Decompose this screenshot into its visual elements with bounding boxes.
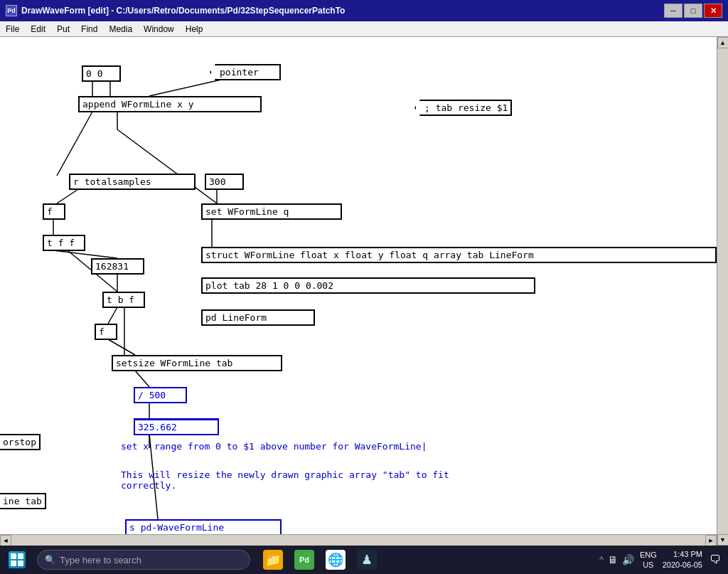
menu-find[interactable]: Find: [75, 23, 103, 36]
lang-text: ENG US: [640, 550, 657, 570]
taskbar-app-chrome[interactable]: 🌐: [321, 546, 350, 574]
win-square-2: [18, 553, 23, 559]
pd-icon: Pd: [294, 550, 314, 570]
svg-line-15: [135, 371, 149, 387]
obj-t-b-f[interactable]: t b f: [102, 292, 145, 308]
obj-f1[interactable]: f: [43, 203, 65, 220]
clock[interactable]: 1:43 PM 2020-06-05: [663, 549, 702, 571]
maximize-button[interactable]: □: [684, 4, 702, 18]
svg-line-3: [57, 112, 92, 176]
close-button[interactable]: ✕: [704, 4, 722, 18]
scroll-up-button[interactable]: ▲: [717, 37, 729, 48]
obj-setsize-wformline-tab[interactable]: setsize WFormLine tab: [112, 355, 282, 371]
menu-edit[interactable]: Edit: [25, 23, 51, 36]
scroll-left-button[interactable]: ◄: [0, 535, 11, 546]
obj-append-wformline[interactable]: append WFormLine x y: [78, 96, 262, 112]
obj-pd-lineform[interactable]: pd LineForm: [201, 309, 315, 326]
scroll-down-button[interactable]: ▼: [717, 534, 729, 546]
svg-line-9: [53, 250, 117, 258]
network-icon[interactable]: 🖥: [608, 554, 618, 565]
obj-tab-resize[interactable]: ; tab resize $1: [414, 100, 512, 116]
obj-pointer[interactable]: pointer: [210, 64, 281, 80]
menu-bar: File Edit Put Find Media Window Help: [0, 21, 728, 37]
search-icon: 🔍: [45, 555, 55, 565]
main-canvas-area: 0 0 pointer append WFormLine x y r total…: [0, 37, 728, 546]
taskbar-apps: 📁 Pd 🌐 ♟: [259, 546, 381, 574]
search-bar[interactable]: 🔍 Type here to search: [37, 550, 250, 570]
app-icon: Pd: [6, 5, 17, 16]
menu-file[interactable]: File: [0, 23, 25, 36]
obj-div-500[interactable]: / 500: [134, 387, 187, 403]
menu-window[interactable]: Window: [138, 23, 180, 36]
obj-struct-wformline[interactable]: struct WFormLine float x float y float q…: [201, 247, 717, 263]
taskbar-right: ^ 🖥 🔊 ENG US 1:43 PM 2020-06-05 🗨: [599, 549, 728, 571]
partial-line-tab[interactable]: ine tab: [0, 493, 46, 509]
chrome-icon: 🌐: [326, 550, 346, 570]
scroll-right-button[interactable]: ►: [705, 535, 717, 546]
obj-t-f-f[interactable]: t f f: [43, 235, 85, 251]
notification-button[interactable]: 🗨: [708, 553, 722, 567]
win-square-1: [11, 553, 16, 559]
taskbar-app-steam[interactable]: ♟: [353, 546, 381, 574]
scrollbar-vertical[interactable]: ▲ ▼: [717, 37, 728, 546]
search-placeholder-text: Type here to search: [60, 555, 141, 565]
svg-line-5: [117, 129, 217, 203]
obj-r-totalsamples[interactable]: r totalsamples: [69, 174, 196, 190]
scrollbar-horizontal[interactable]: ◄ ►: [0, 534, 717, 546]
obj-162831[interactable]: 162831: [91, 258, 144, 275]
obj-number-325[interactable]: 325.662: [134, 418, 219, 435]
taskbar: 🔍 Type here to search 📁 Pd 🌐 ♟ ^ 🖥 🔊 ENG…: [0, 546, 728, 574]
speaker-icon[interactable]: 🔊: [622, 554, 634, 565]
pd-canvas[interactable]: 0 0 pointer append WFormLine x y r total…: [0, 37, 717, 534]
start-button[interactable]: [0, 546, 34, 574]
title-bar-controls[interactable]: ─ □ ✕: [664, 4, 722, 18]
clock-date: 2020-06-05: [663, 560, 702, 570]
taskbar-app-explorer[interactable]: 📁: [259, 546, 287, 574]
menu-help[interactable]: Help: [180, 23, 209, 36]
svg-line-14: [108, 339, 135, 355]
win-square-3: [11, 560, 16, 566]
obj-zero-zero[interactable]: 0 0: [82, 65, 121, 82]
explorer-icon: 📁: [263, 550, 283, 570]
obj-f2[interactable]: f: [95, 324, 117, 340]
obj-s-pd-waveformline[interactable]: s pd-WaveFormLine: [125, 519, 282, 534]
menu-media[interactable]: Media: [103, 23, 138, 36]
obj-set-wformline-q[interactable]: set WFormLine q: [201, 203, 342, 220]
language-indicator[interactable]: ENG US: [640, 550, 657, 570]
clock-time: 1:43 PM: [663, 549, 702, 560]
title-bar-left: Pd DrawWaveForm [edit] - C:/Users/Retro/…: [6, 5, 345, 16]
menu-put[interactable]: Put: [51, 23, 75, 36]
windows-logo: [9, 551, 26, 568]
title-bar: Pd DrawWaveForm [edit] - C:/Users/Retro/…: [0, 0, 728, 21]
cmt-resize-desc: This will resize the newly drawn graphic…: [121, 469, 626, 491]
obj-plot-tab[interactable]: plot tab 28 1 0 0 0.002: [201, 277, 535, 294]
svg-line-2: [149, 78, 228, 96]
win-square-4: [18, 560, 23, 566]
steam-icon: ♟: [357, 550, 377, 570]
minimize-button[interactable]: ─: [664, 4, 682, 18]
taskbar-app-pd[interactable]: Pd: [290, 546, 318, 574]
title-text: DrawWaveForm [edit] - C:/Users/Retro/Doc…: [21, 6, 345, 16]
svg-line-12: [108, 307, 117, 324]
partial-orstop[interactable]: orstop: [0, 434, 41, 450]
svg-line-6: [57, 189, 78, 203]
cmt-set-x-range: set x range from 0 to $1 above number fo…: [121, 441, 427, 452]
chevron-up-icon[interactable]: ^: [599, 555, 604, 565]
obj-300[interactable]: 300: [205, 174, 244, 190]
system-tray-icons: ^ 🖥 🔊: [599, 554, 634, 565]
